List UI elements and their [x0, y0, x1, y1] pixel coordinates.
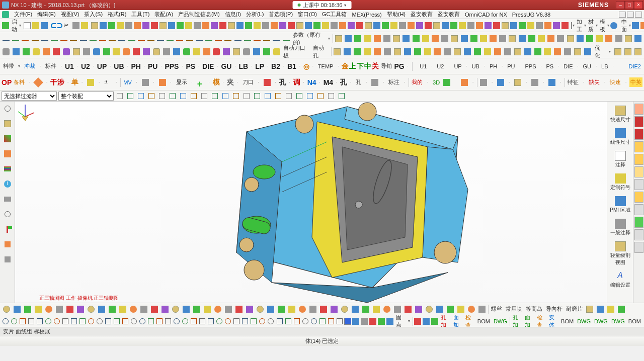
btm2-tool-button[interactable] — [10, 316, 18, 326]
tok-close[interactable]: 关 — [372, 62, 379, 71]
tok-lp[interactable]: LP — [255, 62, 264, 70]
rt5-cn[interactable]: 中英 — [629, 77, 642, 87]
menu-pmi[interactable]: 产品制造信息(M) — [176, 11, 222, 18]
tok-mold[interactable]: 模 — [213, 78, 220, 87]
misc-tool-button[interactable] — [353, 47, 362, 57]
tok-die[interactable]: DIE — [202, 62, 214, 70]
misc-tool-button[interactable] — [182, 47, 191, 57]
tok-m4[interactable]: M4 — [324, 78, 333, 86]
tool-button[interactable] — [364, 21, 372, 31]
rt5-feat[interactable]: 特征 — [566, 78, 580, 86]
misc-tool-button[interactable] — [222, 47, 231, 57]
btm2-check[interactable]: 检查 — [464, 315, 475, 327]
label-autohole[interactable]: 自动孔 — [311, 45, 330, 58]
filter-button[interactable] — [200, 92, 209, 101]
tok-b2[interactable]: B2 — [271, 62, 280, 70]
rt-ph[interactable]: PH — [488, 63, 499, 69]
fr-tab-4[interactable] — [634, 141, 643, 152]
btm-tool-button[interactable] — [585, 304, 595, 314]
misc-tool-button[interactable] — [423, 47, 432, 57]
btm-tool-button[interactable] — [107, 304, 117, 314]
btm-tool-button[interactable] — [149, 304, 159, 314]
btm-tool-button[interactable] — [361, 304, 371, 314]
rp-note[interactable]: 注释 — [609, 150, 632, 169]
misc-tool-button[interactable] — [343, 47, 352, 57]
tool-button[interactable] — [99, 21, 107, 31]
rp-pmi-region[interactable]: PMI 区域 — [609, 195, 632, 215]
misc-tool-button[interactable] — [61, 47, 71, 57]
tool-button[interactable] — [140, 77, 150, 87]
rt5-miss[interactable]: 缺失 — [587, 78, 601, 86]
tool-button[interactable] — [441, 21, 449, 31]
btm-tool-button[interactable] — [192, 304, 202, 314]
menu-edit[interactable]: 编辑(E) — [35, 11, 58, 18]
misc-tool-button[interactable] — [573, 47, 583, 57]
curve-tool-button[interactable] — [21, 34, 30, 44]
solid-tool-button[interactable] — [518, 34, 527, 44]
misc-tool-button[interactable] — [403, 47, 412, 57]
btm2-tool-button[interactable] — [138, 316, 146, 326]
misc-tool-button[interactable] — [112, 47, 121, 57]
tool-button[interactable] — [527, 21, 535, 31]
misc-tool-button[interactable] — [142, 47, 151, 57]
tool-button[interactable] — [631, 21, 639, 31]
tool-button[interactable] — [142, 21, 150, 31]
maximize-button[interactable]: □ — [625, 1, 634, 9]
btm2-tool-button[interactable] — [422, 316, 430, 326]
curve-tool-button[interactable] — [59, 34, 68, 44]
rp-quick-dim[interactable]: 快速尺寸 — [609, 105, 632, 124]
misc-tool-button[interactable] — [513, 47, 522, 57]
curve-tool-button[interactable] — [137, 34, 146, 44]
tool-button[interactable] — [535, 21, 543, 31]
tok-gu[interactable]: GU — [221, 62, 231, 70]
btm2-tool-button[interactable] — [318, 316, 327, 326]
filter-button[interactable] — [295, 92, 304, 101]
btm-tool-button[interactable] — [445, 304, 455, 314]
curve-tool-button[interactable] — [195, 34, 204, 44]
rp-section[interactable]: 轻量级剖视图 — [609, 240, 632, 267]
tool-button[interactable] — [279, 21, 287, 31]
tool-button[interactable] — [185, 21, 193, 31]
btm-tool-button[interactable] — [234, 304, 244, 314]
solid-tool-button[interactable] — [633, 34, 642, 44]
rail-circle-icon[interactable] — [3, 104, 13, 114]
tool-button[interactable] — [86, 77, 96, 87]
color-blue[interactable] — [344, 318, 351, 325]
btm-tool-button[interactable] — [245, 304, 255, 314]
misc-tool-button[interactable] — [132, 47, 141, 57]
menu-format[interactable]: 格式(R) — [106, 11, 128, 18]
tool-button[interactable] — [370, 77, 380, 87]
tool-button[interactable] — [116, 21, 124, 31]
btm2-dwg[interactable]: DWG — [492, 318, 509, 324]
btm-tool-button[interactable] — [65, 304, 75, 314]
rt-die[interactable]: DIE — [562, 63, 574, 69]
tool-button[interactable] — [245, 21, 253, 31]
tok-u2[interactable]: U2 — [81, 62, 90, 70]
fr-tab-9[interactable] — [634, 204, 643, 215]
btm-tool-button[interactable] — [382, 304, 392, 314]
fr-tab-12[interactable] — [634, 242, 643, 253]
filter-button[interactable] — [284, 92, 293, 101]
btm-tool-button[interactable] — [171, 304, 181, 314]
misc-tool-button[interactable] — [192, 47, 201, 57]
rt-u1[interactable]: U1 — [418, 63, 428, 69]
btm2-tool-button[interactable] — [78, 316, 87, 326]
btm2-tool-button[interactable] — [104, 316, 112, 326]
misc-tool-button[interactable] — [382, 47, 392, 57]
btm-tool-button[interactable] — [466, 304, 476, 314]
misc-tool-button[interactable] — [212, 47, 221, 57]
tool-button[interactable] — [416, 21, 424, 31]
btm2-tool-button[interactable] — [414, 316, 422, 326]
misc-tool-button[interactable] — [272, 47, 281, 57]
tool-button[interactable] — [125, 21, 133, 31]
filter-button[interactable] — [210, 92, 219, 101]
misc-tool-button[interactable] — [92, 47, 101, 57]
menu-pressug[interactable]: PressUG V6.38 — [510, 12, 552, 18]
btm2-tool-button[interactable] — [70, 316, 78, 326]
btm2-tool-button[interactable] — [53, 316, 61, 326]
curve-tool-button[interactable] — [108, 34, 117, 44]
mdi-max-button[interactable] — [627, 12, 634, 18]
tok-hole[interactable]: 孔 — [279, 78, 286, 87]
misc-tool-button[interactable] — [71, 47, 81, 57]
btm-tool-button[interactable] — [297, 304, 307, 314]
